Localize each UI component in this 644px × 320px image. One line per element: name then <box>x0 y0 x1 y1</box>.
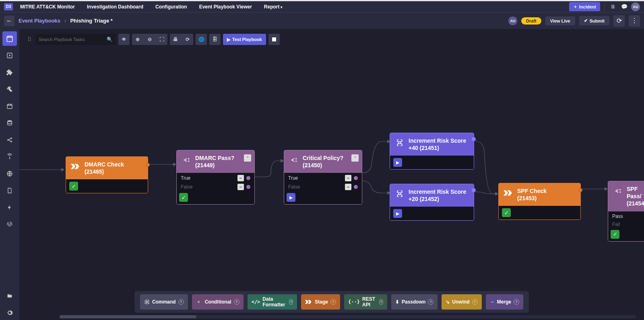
author-avatar[interactable]: AU <box>508 16 517 25</box>
nav-mitre[interactable]: MITRE ATT&CK Monitor <box>15 4 80 10</box>
palette-stage[interactable]: Stage? <box>301 294 340 310</box>
search-icon[interactable]: 🔍 <box>107 37 113 42</box>
remove-icon[interactable]: − <box>345 184 351 190</box>
node-dmarc-check[interactable]: DMARC Check(21465) ✓ <box>66 156 148 193</box>
sidebar-database-icon[interactable] <box>2 116 17 130</box>
refresh-icon[interactable]: ⟳ <box>182 34 193 45</box>
node-spf-check[interactable]: SPF Check(21453) ✓ <box>498 183 581 220</box>
nav-configuration[interactable]: Configuration <box>151 4 192 10</box>
print-icon[interactable]: 🖶 <box>170 34 181 45</box>
stage-icon <box>71 162 80 171</box>
node-increment-20[interactable]: Increment Risk Score +20 (21452) ▶ <box>390 184 474 221</box>
output-port-true[interactable] <box>246 176 250 180</box>
sidebar-bolt-icon[interactable] <box>2 200 17 215</box>
label: Unwind <box>452 299 469 305</box>
output-port[interactable] <box>472 137 476 141</box>
help-icon[interactable]: ? <box>472 299 478 305</box>
submit-button[interactable]: ✔ Submit <box>579 16 609 25</box>
help-icon[interactable]: ? <box>234 299 239 305</box>
db-icon[interactable]: 🗄 <box>209 34 221 45</box>
node-spf-pass[interactable]: SPF Pass/(21454) Pass Fail ✓ <box>608 181 644 242</box>
output-port-true[interactable] <box>354 176 358 180</box>
output-port-false[interactable] <box>246 185 250 189</box>
output-port[interactable] <box>146 163 150 167</box>
breadcrumb-root[interactable]: Event Playbooks <box>19 18 60 24</box>
horizontal-scrollbar[interactable] <box>60 315 636 318</box>
sidebar-play-icon[interactable] <box>2 48 17 63</box>
palette-unwind[interactable]: ↘Unwind? <box>442 294 481 310</box>
nav-investigation[interactable]: Investigation Dashboard <box>82 4 148 10</box>
palette-merge[interactable]: →Merge? <box>486 294 523 310</box>
new-incident-button[interactable]: ＋ Incident <box>569 2 600 11</box>
node-title: SPF Pass/ <box>627 186 642 199</box>
stop-button[interactable] <box>268 34 280 45</box>
output-port[interactable] <box>472 188 476 192</box>
sidebar-share-icon[interactable] <box>2 133 17 147</box>
node-title: DMARC Check <box>85 161 124 168</box>
sidebar-broadcast-icon[interactable] <box>2 150 17 164</box>
view-live-button[interactable]: View Live <box>545 16 575 25</box>
conditional-icon <box>289 155 299 165</box>
scrollbar-thumb[interactable] <box>60 315 196 318</box>
svg-point-6 <box>11 141 12 142</box>
zoom-in-icon[interactable]: ⊕ <box>132 34 143 45</box>
sidebar-settings-icon[interactable] <box>2 306 17 320</box>
remove-icon[interactable]: − <box>237 175 244 181</box>
palette-conditional[interactable]: Conditional? <box>192 294 244 310</box>
run-icon[interactable]: ▶ <box>393 209 402 218</box>
collapse-icon[interactable]: ˄ <box>244 154 251 162</box>
sidebar-tools-icon[interactable] <box>2 82 17 96</box>
node-id: (21454) <box>627 200 644 207</box>
document-icon[interactable]: 🗎 <box>609 2 617 11</box>
fit-icon[interactable]: ⛶ <box>156 34 167 45</box>
zoom-out-icon[interactable]: ⊖ <box>144 34 155 45</box>
remove-icon[interactable]: − <box>345 175 351 181</box>
option-fail: Fail <box>612 222 620 227</box>
sidebar-puzzle-icon[interactable] <box>2 65 17 80</box>
node-increment-40[interactable]: Increment Risk Score +40 (21451) ▶ <box>390 133 474 170</box>
help-icon[interactable]: ? <box>178 299 184 305</box>
palette-data-formatter[interactable]: </>Data Formatter? <box>248 294 297 310</box>
help-icon[interactable]: ? <box>330 299 336 305</box>
user-avatar[interactable]: AU <box>631 2 640 11</box>
palette-rest-api[interactable]: {··}REST API? <box>344 294 387 310</box>
more-menu-icon[interactable]: ⋮ <box>629 15 640 27</box>
nav-report[interactable]: Report <box>259 4 287 10</box>
output-port-false[interactable] <box>354 185 358 189</box>
playbook-canvas[interactable]: ⠿ 🔍 👁 ⊕ ⊖ ⛶ 🖶 ⟳ 🌐 🗄 ▶ Test Playbook <box>19 29 644 320</box>
sidebar-fingerprint-icon[interactable] <box>2 217 17 232</box>
palette-command[interactable]: Command? <box>140 294 188 310</box>
collapse-icon[interactable]: ˄ <box>351 154 359 162</box>
svg-rect-2 <box>7 104 12 109</box>
remove-icon[interactable]: − <box>237 184 244 190</box>
run-icon[interactable]: ▶ <box>287 193 295 202</box>
sidebar-calendar-icon[interactable] <box>2 99 17 113</box>
palette-passdown[interactable]: ⬇Passdown? <box>391 294 438 310</box>
option-pass: Pass <box>612 213 623 219</box>
help-icon[interactable]: ? <box>428 299 433 305</box>
history-icon[interactable]: ⟳ <box>613 15 625 27</box>
back-button[interactable]: ← <box>4 16 14 26</box>
submit-label: Submit <box>590 18 605 23</box>
search-input[interactable] <box>39 37 107 42</box>
help-icon[interactable]: ? <box>514 299 519 305</box>
toolbar-grip-icon[interactable]: ⠿ <box>26 36 33 43</box>
sidebar-globe-icon[interactable] <box>2 166 17 181</box>
node-dmarc-pass[interactable]: DMARC Pass?(21449) ˄ True− False− ✓ <box>176 150 255 205</box>
node-id: (21451) <box>420 145 439 151</box>
sidebar-folder-icon[interactable] <box>2 289 17 303</box>
help-icon[interactable]: ? <box>379 299 383 305</box>
chat-icon[interactable]: 💬 <box>620 2 629 11</box>
nav-playbook-viewer[interactable]: Event Playbook Viewer <box>194 4 257 10</box>
help-icon[interactable]: ? <box>289 299 293 305</box>
eye-icon[interactable]: 👁 <box>118 34 130 45</box>
sidebar-report-icon[interactable] <box>2 183 17 198</box>
node-critical-policy[interactable]: Critical Policy?(21450) ˄ True− False− ▶ <box>284 150 362 205</box>
test-playbook-button[interactable]: ▶ Test Playbook <box>223 34 266 45</box>
globe-icon[interactable]: 🌐 <box>196 34 207 45</box>
app-logo[interactable]: D3 <box>4 3 13 10</box>
run-icon[interactable]: ▶ <box>393 158 402 167</box>
sidebar-playbook-icon[interactable] <box>2 31 17 46</box>
search-box[interactable]: 🔍 <box>35 34 116 45</box>
output-port[interactable] <box>578 188 582 192</box>
